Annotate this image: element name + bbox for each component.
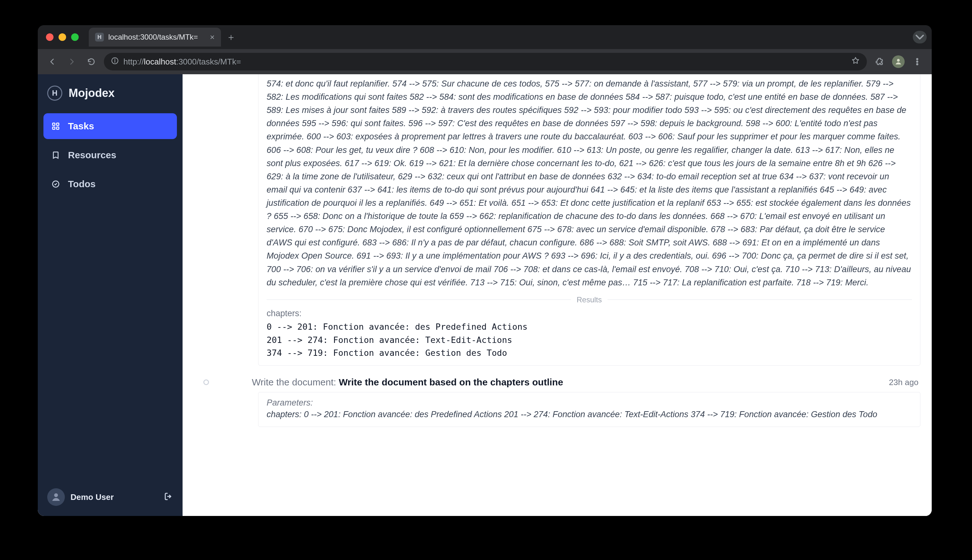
address-bar[interactable]: http:// localhost :3000/tasks/MTk= — [104, 53, 867, 70]
svg-point-2 — [114, 58, 115, 60]
tab-favicon-icon: H — [95, 33, 104, 42]
svg-point-6 — [917, 63, 918, 65]
window-close-icon[interactable] — [46, 33, 53, 41]
tab-title: localhost:3000/tasks/MTk= — [108, 33, 205, 42]
tab-strip: H localhost:3000/tasks/MTk= × ＋ — [38, 25, 932, 49]
svg-point-4 — [917, 58, 918, 60]
nav-forward-button[interactable] — [65, 55, 79, 68]
sidebar-item-tasks[interactable]: Tasks — [43, 113, 177, 139]
browser-toolbar: http:// localhost :3000/tasks/MTk= — [38, 49, 932, 74]
url-path: :3000/tasks/MTk= — [176, 57, 241, 67]
new-tab-button[interactable]: ＋ — [225, 31, 237, 43]
step-header: Write the document: Write the document b… — [247, 377, 920, 388]
grid-icon — [50, 121, 61, 132]
sidebar-item-todos[interactable]: Todos — [43, 171, 177, 197]
check-circle-icon — [50, 179, 61, 189]
window-controls — [46, 33, 79, 41]
step-title: Write the document: Write the document b… — [252, 377, 563, 388]
svg-point-5 — [917, 61, 918, 62]
svg-rect-7 — [53, 123, 55, 125]
step-timestamp: 23h ago — [889, 378, 920, 387]
url-host: localhost — [144, 57, 176, 67]
results-divider: Results — [267, 295, 912, 304]
tab-overflow-button[interactable] — [913, 31, 927, 43]
extensions-button[interactable] — [873, 55, 887, 68]
sidebar-item-label: Tasks — [68, 121, 94, 132]
nav-back-button[interactable] — [45, 55, 59, 68]
parameters-text: chapters: 0 --> 201: Fonction avancée: d… — [267, 408, 912, 421]
page-viewport: H Mojodex Tasks Resources — [38, 74, 932, 516]
sidebar-footer: Demo User — [43, 485, 177, 510]
user-avatar-icon[interactable] — [47, 488, 65, 506]
brand-logo-icon: H — [47, 85, 62, 101]
svg-rect-8 — [57, 123, 59, 125]
url-scheme: http:// — [124, 57, 144, 67]
sidebar-item-label: Todos — [68, 179, 96, 189]
tab-close-icon[interactable]: × — [210, 32, 215, 42]
bookmark-outline-icon — [50, 150, 61, 160]
parameters-label: Parameters: — [267, 398, 912, 408]
svg-point-12 — [54, 493, 58, 497]
svg-rect-10 — [57, 127, 59, 130]
window-zoom-icon[interactable] — [71, 33, 79, 41]
profile-avatar-icon[interactable] — [892, 55, 905, 68]
nav-reload-button[interactable] — [84, 55, 98, 68]
sidebar-nav: Tasks Resources Todos — [43, 113, 177, 197]
browser-tab[interactable]: H localhost:3000/tasks/MTk= × — [89, 28, 221, 47]
results-label: Results — [577, 295, 602, 304]
step-dot-icon — [203, 379, 209, 385]
step-card-params: Parameters: chapters: 0 --> 201: Fonctio… — [258, 392, 920, 427]
window-minimize-icon[interactable] — [58, 33, 66, 41]
logout-button[interactable] — [164, 492, 173, 502]
bookmark-icon[interactable] — [851, 56, 860, 67]
user-name: Demo User — [70, 492, 114, 502]
step-title-prefix: Write the document: — [252, 377, 339, 387]
brand[interactable]: H Mojodex — [43, 82, 177, 110]
url-text: http:// localhost :3000/tasks/MTk= — [124, 57, 241, 67]
app-sidebar: H Mojodex Tasks Resources — [38, 74, 182, 516]
step-title-strong: Write the document based on the chapters… — [339, 377, 563, 387]
step-card-transcript: 574: et donc qu'il faut replanifier. 574… — [258, 74, 920, 365]
sidebar-item-resources[interactable]: Resources — [43, 142, 177, 168]
svg-point-3 — [897, 59, 900, 62]
chapters-label: chapters: — [267, 308, 912, 318]
browser-menu-button[interactable] — [910, 55, 924, 68]
svg-rect-9 — [53, 127, 55, 130]
site-info-icon[interactable] — [111, 57, 119, 67]
sidebar-item-label: Resources — [68, 150, 116, 160]
main-content: 574: et donc qu'il faut replanifier. 574… — [182, 74, 932, 516]
chapters-output: 0 --> 201: Fonction avancée: des Predefi… — [267, 320, 912, 360]
browser-window: H localhost:3000/tasks/MTk= × ＋ — [38, 25, 932, 516]
transcript-text: 574: et donc qu'il faut replanifier. 574… — [267, 77, 912, 289]
brand-name: Mojodex — [68, 87, 115, 100]
